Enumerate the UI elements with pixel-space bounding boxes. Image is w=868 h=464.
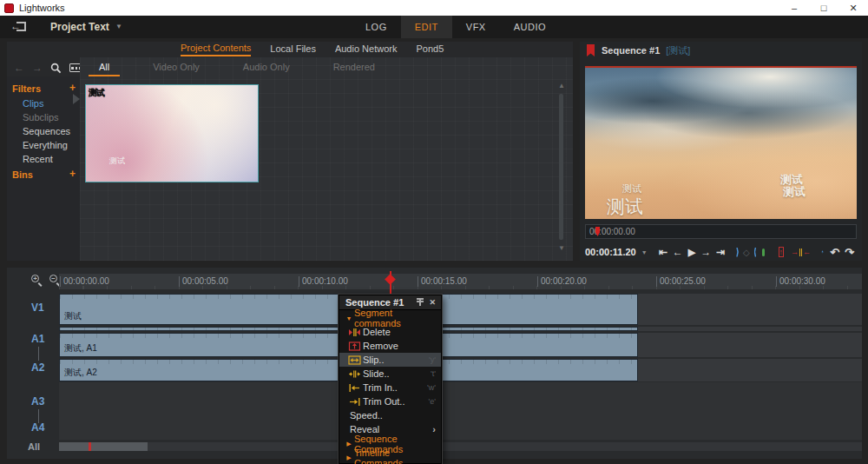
go-to-end-button[interactable]: ⇥ [716, 246, 725, 258]
menu-item-slide[interactable]: Slide.. 't' [339, 367, 441, 381]
mark-diamond-icon[interactable]: ◇ [743, 248, 750, 257]
replace-edit-icon[interactable]: →← [791, 248, 811, 256]
subtab-video-only[interactable]: Video Only [142, 62, 210, 76]
lane-a3-a4[interactable] [59, 382, 862, 440]
play-button[interactable]: ▶ [688, 246, 695, 258]
scrollbar-thumb[interactable] [59, 442, 148, 451]
forward-icon[interactable]: → [32, 62, 43, 74]
scroll-up-icon[interactable]: ▲ [558, 82, 565, 89]
track-label-v1[interactable]: V1 [31, 302, 44, 314]
step-back-button[interactable]: ← [673, 246, 683, 258]
app-topbar: ← Project Text ▼ LOG EDIT VFX AUDIO [0, 16, 868, 38]
section-closed-icon: ▶ [344, 454, 354, 461]
subtab-audio-only[interactable]: Audio Only [233, 62, 300, 76]
add-filter-icon[interactable]: + [69, 82, 76, 94]
tab-local-files[interactable]: Local Files [270, 43, 316, 56]
tab-vfx[interactable]: VFX [452, 16, 500, 38]
search-icon[interactable] [50, 63, 62, 74]
pin-icon[interactable] [416, 298, 424, 307]
menu-close-icon[interactable]: ✕ [429, 298, 436, 307]
scroll-down-icon[interactable]: ▼ [558, 244, 565, 252]
tab-audio-network[interactable]: Audio Network [335, 43, 398, 56]
track-label-a1[interactable]: A1 [31, 333, 44, 345]
tab-log[interactable]: LOG [352, 16, 401, 38]
menu-item-label: Delete [363, 327, 441, 337]
preview-overlay-large-left: 测试 [607, 195, 643, 219]
go-to-start-button[interactable]: ⇤ [659, 246, 667, 258]
section-closed-icon: ▶ [344, 441, 354, 447]
all-tracks-button[interactable]: All [28, 441, 40, 452]
filter-sequences[interactable]: Sequences [23, 126, 70, 136]
zoom-in-glyph: + [31, 275, 39, 282]
mark-in-icon[interactable] [736, 248, 739, 257]
insert-edit-icon[interactable]: ↑ [779, 247, 785, 257]
menu-item-shortcut: 't' [431, 369, 436, 378]
media-filter-subtabs: All Video Only Audio Only Rendered [89, 62, 385, 76]
viewer-scrub-bar[interactable]: 00:00:00.00 [585, 224, 857, 239]
menu-section-timeline-commands[interactable]: ▶ Timeline Commands [339, 451, 441, 464]
menu-item-speed[interactable]: Speed.. [339, 408, 441, 422]
track-label-a4[interactable]: A4 [31, 421, 44, 434]
timeline-ruler[interactable]: 00:00:00.00 00:00:05.00 00:00:10.00 00:0… [59, 274, 862, 289]
minimize-icon[interactable]: – [779, 0, 809, 16]
lane-a2[interactable]: 测试, A2 [59, 359, 862, 381]
cue-marker-icon[interactable] [762, 249, 764, 256]
section-label: Timeline Commands [354, 447, 441, 464]
sequence-color-tag-icon [587, 44, 595, 56]
filter-recent[interactable]: Recent [23, 154, 53, 164]
close-icon[interactable]: ✕ [838, 0, 868, 16]
menu-item-delete[interactable]: Delete [339, 325, 441, 339]
slip-icon [348, 355, 363, 365]
redo-icon[interactable]: ↷ [845, 246, 854, 259]
menu-item-slip[interactable]: Slip.. 'y' [339, 353, 441, 367]
lane-v1-strip [59, 327, 862, 331]
maximize-icon[interactable]: □ [809, 0, 838, 16]
menu-item-label: Slip.. [363, 355, 429, 365]
timecode-dropdown-icon[interactable]: ▼ [641, 249, 648, 255]
preview-overlay-small-left: 测试 [622, 182, 641, 196]
transport-controls: 00:00:11.20 ▼ ⇤ ← ▶ → ⇥ ◇ ↑ →← ↶ ↷ [585, 244, 857, 260]
tab-pond5[interactable]: Pond5 [416, 43, 444, 56]
subtab-all[interactable]: All [89, 62, 120, 76]
track-label-a2[interactable]: A2 [31, 361, 44, 374]
voiceover-mic-icon[interactable] [821, 246, 824, 258]
menu-item-remove[interactable]: Remove [339, 339, 441, 353]
filter-subclips[interactable]: Subclips [23, 112, 59, 123]
track-label-a3[interactable]: A3 [31, 395, 44, 408]
scrollbar-track[interactable] [559, 94, 563, 240]
zoom-in-icon[interactable]: + [30, 274, 43, 287]
exit-arrow: ← [10, 20, 21, 32]
menu-section-segment-commands[interactable]: ▼ Segment commands [339, 311, 441, 325]
zoom-out-glyph: − [49, 275, 57, 282]
section-open-icon: ▼ [344, 315, 354, 321]
tab-edit[interactable]: EDIT [401, 16, 452, 38]
ruler-label: 00:00:05.00 [182, 276, 228, 286]
remove-icon [348, 341, 363, 351]
menu-item-shortcut: 'w' [427, 383, 436, 392]
clip-thumbnail[interactable]: 测试 测试 [85, 84, 259, 182]
content-browser-panel: Project Contents Local Files Audio Netwo… [7, 42, 573, 261]
filter-everything[interactable]: Everything [23, 140, 68, 150]
subtab-rendered[interactable]: Rendered [323, 62, 385, 76]
undo-icon[interactable]: ↶ [830, 246, 839, 259]
back-icon[interactable]: ← [14, 62, 24, 74]
add-bin-icon[interactable]: + [69, 168, 76, 180]
filters-sidebar: Filters + Clips Subclips Sequences Every… [7, 76, 80, 261]
menu-item-trim-out[interactable]: Trim Out.. 'e' [339, 394, 441, 408]
current-timecode[interactable]: 00:00:11.20 [585, 247, 636, 257]
tab-project-contents[interactable]: Project Contents [181, 43, 251, 56]
ruler-label: 00:00:25.00 [660, 276, 706, 286]
mark-out-icon[interactable] [754, 248, 757, 257]
lane-v1[interactable]: 测试 [59, 294, 862, 325]
step-forward-button[interactable]: → [700, 246, 711, 258]
project-name[interactable]: Project Text [50, 21, 109, 33]
browser-vertical-scrollbar[interactable]: ▲ ▼ [556, 82, 567, 252]
exit-project-icon[interactable]: ← [12, 21, 28, 33]
menu-item-trim-in[interactable]: Trim In.. 'w' [339, 381, 441, 394]
timeline-horizontal-scrollbar[interactable] [59, 442, 862, 451]
tab-audio[interactable]: AUDIO [500, 16, 560, 38]
filter-clips[interactable]: Clips [23, 98, 43, 109]
window-titlebar: Lightworks – □ ✕ [0, 0, 868, 16]
lane-a1[interactable]: 测试, A1 [59, 333, 862, 357]
project-dropdown-icon[interactable]: ▼ [115, 23, 122, 30]
